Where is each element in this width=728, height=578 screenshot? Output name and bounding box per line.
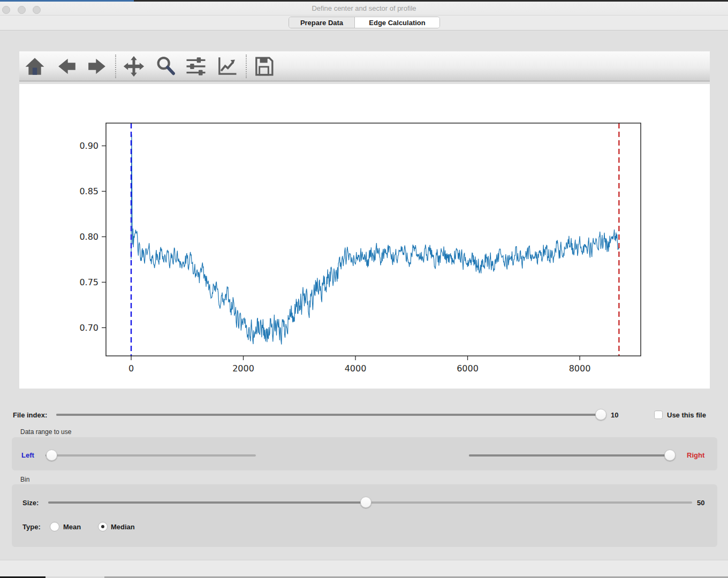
file-index-value: 10 — [611, 411, 618, 419]
left-bound-slider-track[interactable] — [46, 454, 256, 457]
bin-size-label: Size: — [22, 499, 39, 507]
bin-type-label: Type: — [22, 523, 41, 531]
tab-edge-calculation[interactable]: Edge Calculation — [355, 17, 439, 28]
bin-group-label: Bin — [20, 476, 29, 483]
forward-icon[interactable] — [86, 56, 108, 77]
data-range-groupbox — [12, 437, 717, 470]
right-bound-slider-track[interactable] — [469, 454, 676, 457]
use-this-file-label: Use this file — [667, 411, 706, 419]
right-bound-slider-handle[interactable] — [664, 450, 676, 461]
radio-median-label: Median — [111, 523, 135, 531]
bin-groupbox — [12, 484, 717, 547]
toolbar-separator — [246, 55, 247, 78]
back-icon[interactable] — [56, 56, 78, 77]
pan-icon[interactable] — [123, 56, 145, 77]
right-bound-label: Right — [687, 451, 704, 459]
y-tick-label: 0.70 — [79, 323, 98, 333]
bin-size-value: 50 — [697, 499, 704, 507]
save-icon[interactable] — [253, 56, 275, 77]
y-tick-label: 0.80 — [79, 232, 98, 242]
y-tick-label: 0.75 — [79, 277, 98, 287]
screen: Define center and sector of profile Prep… — [0, 0, 728, 578]
x-tick-label: 4000 — [345, 363, 367, 374]
use-this-file-checkbox[interactable] — [654, 410, 663, 419]
left-bound-label: Left — [21, 451, 34, 459]
x-tick-label: 8000 — [569, 363, 591, 374]
subplots-icon[interactable] — [185, 56, 207, 77]
y-tick-label: 0.85 — [79, 186, 98, 196]
x-tick-label: 2000 — [232, 363, 254, 374]
plot-toolbar — [19, 51, 710, 81]
radio-mean-label: Mean — [63, 523, 81, 531]
file-index-label: File index: — [13, 411, 47, 419]
window-titlebar: Define center and sector of profile — [0, 2, 728, 16]
file-index-slider-track[interactable] — [56, 414, 606, 416]
x-tick-label: 0 — [128, 363, 134, 374]
y-tick-label: 0.90 — [79, 141, 98, 151]
zoom-rect-icon[interactable] — [155, 56, 176, 77]
home-icon[interactable] — [24, 56, 46, 77]
left-bound-slider-handle[interactable] — [46, 450, 57, 461]
plot-canvas[interactable]: 020004000600080000.700.750.800.850.90 — [19, 84, 710, 389]
tab-strip: Prepare Data Edge Calculation — [0, 16, 728, 31]
data-range-group-label: Data range to use — [20, 428, 71, 436]
toolbar-separator — [115, 55, 116, 78]
profile-line — [131, 134, 619, 344]
x-tick-label: 6000 — [457, 363, 479, 374]
window-bottom-margin — [0, 560, 728, 576]
radio-median[interactable] — [98, 522, 108, 531]
tab-prepare-data[interactable]: Prepare Data — [289, 17, 355, 28]
window-title: Define center and sector of profile — [0, 2, 728, 15]
tab-segmented-control: Prepare Data Edge Calculation — [289, 17, 440, 28]
profile-plot: 020004000600080000.700.750.800.850.90 — [19, 84, 710, 389]
file-index-slider-handle[interactable] — [595, 409, 606, 420]
radio-mean[interactable] — [50, 522, 59, 531]
bin-size-slider-handle[interactable] — [360, 497, 371, 508]
customize-plot-icon[interactable] — [216, 56, 238, 77]
